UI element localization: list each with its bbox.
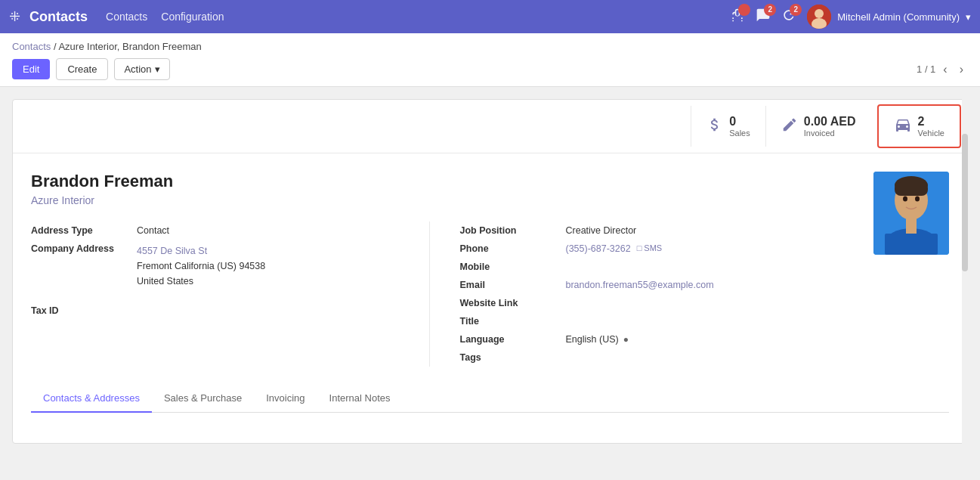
company-address-value: 4557 De Silva St Fremont California (US)… — [137, 243, 265, 289]
scrollbar-thumb[interactable] — [962, 134, 968, 271]
field-job-position: Job Position Creative Director — [460, 221, 859, 240]
bug-badge — [738, 4, 750, 16]
stat-invoiced[interactable]: 0.00 AED Invoiced — [765, 106, 871, 147]
user-name: Mitchell Admin (Community) — [837, 11, 960, 23]
nav-link-contacts[interactable]: Contacts — [106, 11, 147, 23]
email-value[interactable]: brandon.freeman55@example.com — [566, 280, 714, 290]
stat-vehicle-info: 2 Vehicle — [918, 115, 944, 138]
svg-rect-11 — [906, 217, 917, 234]
contact-company[interactable]: Azure Interior — [31, 194, 858, 206]
stat-vehicle-value: 2 — [918, 115, 944, 129]
field-company-address: Company Address 4557 De Silva St Fremont… — [31, 240, 414, 293]
app-title: Contacts — [29, 9, 88, 25]
address-country: United States — [137, 274, 265, 289]
contact-photo — [873, 172, 949, 255]
user-avatar — [807, 5, 831, 29]
breadcrumb-parent[interactable]: Contacts — [12, 41, 51, 52]
create-button[interactable]: Create — [56, 58, 108, 80]
stat-sales-label: Sales — [729, 129, 750, 138]
field-tags: Tags — [460, 348, 859, 367]
toolbar: Edit Create Action ▾ 1 / 1 ‹ › — [12, 58, 968, 86]
field-phone: Phone (355)-687-3262 □ SMS — [460, 240, 859, 258]
language-globe-icon[interactable]: ● — [623, 334, 629, 345]
pagination-text: 1 / 1 — [917, 63, 935, 75]
tab-contacts-addresses[interactable]: Contacts & Addresses — [31, 385, 152, 413]
scrollbar-track[interactable] — [962, 99, 968, 444]
main-content: 0 Sales 0.00 AED Invoiced — [0, 87, 980, 456]
field-tax-id: Tax ID — [31, 302, 414, 320]
email-label: Email — [460, 280, 566, 290]
next-button[interactable]: › — [955, 61, 968, 78]
sms-link[interactable]: □ SMS — [637, 243, 663, 252]
nav-links: Contacts Configuration — [106, 11, 224, 23]
nav-link-configuration[interactable]: Configuration — [161, 11, 224, 23]
address-street[interactable]: 4557 De Silva St — [137, 243, 265, 259]
tab-invoicing[interactable]: Invoicing — [254, 385, 317, 413]
fields-grid: Address Type Contact Company Address 455… — [31, 221, 858, 367]
stat-vehicle[interactable]: 2 Vehicle — [877, 104, 961, 148]
tags-label: Tags — [460, 352, 566, 363]
breadcrumb: Contacts / Azure Interior, Brandon Freem… — [12, 41, 968, 52]
vehicle-icon — [894, 116, 912, 138]
dollar-icon — [706, 116, 723, 137]
fields-right-column: Job Position Creative Director Phone (35… — [460, 221, 859, 367]
prev-button[interactable]: ‹ — [938, 61, 951, 78]
svg-point-1 — [815, 9, 824, 18]
mobile-label: Mobile — [460, 262, 566, 272]
grid-icon[interactable]: ⁜ — [9, 8, 20, 25]
action-button[interactable]: Action ▾ — [114, 58, 169, 80]
tabs-section: Contacts & Addresses Sales & Purchase In… — [13, 385, 967, 443]
tab-internal-notes[interactable]: Internal Notes — [317, 385, 403, 413]
bug-icon-button[interactable] — [730, 8, 745, 26]
svg-rect-6 — [895, 182, 928, 196]
chat-icon-button[interactable]: 2 — [756, 8, 771, 26]
user-dropdown-icon: ▾ — [966, 11, 971, 23]
stat-sales-info: 0 Sales — [729, 115, 750, 138]
svg-point-7 — [903, 197, 907, 202]
field-mobile: Mobile — [460, 258, 859, 276]
phone-value[interactable]: (355)-687-3262 — [566, 243, 631, 254]
svg-rect-10 — [885, 234, 938, 255]
language-label: Language — [460, 334, 566, 345]
stat-invoiced-label: Invoiced — [804, 129, 856, 138]
action-chevron-icon: ▾ — [155, 63, 160, 75]
invoice-icon — [781, 116, 798, 137]
field-title: Title — [460, 312, 859, 330]
user-menu[interactable]: Mitchell Admin (Community) ▾ — [807, 5, 971, 29]
pagination: 1 / 1 ‹ › — [917, 61, 968, 78]
tab-sales-purchase[interactable]: Sales & Purchase — [152, 385, 254, 413]
breadcrumb-section: Contacts / Azure Interior, Brandon Freem… — [0, 33, 980, 87]
nav-right: 2 2 Mitchell Admin (Community) ▾ — [730, 5, 971, 29]
stat-invoiced-info: 0.00 AED Invoiced — [804, 115, 856, 138]
address-type-value: Contact — [137, 225, 169, 236]
top-navigation: ⁜ Contacts Contacts Configuration 2 2 — [0, 0, 980, 33]
phone-label: Phone — [460, 243, 566, 254]
record-card: 0 Sales 0.00 AED Invoiced — [12, 99, 968, 444]
field-website: Website Link — [460, 294, 859, 312]
company-address-label: Company Address — [31, 243, 137, 254]
stat-vehicle-label: Vehicle — [918, 129, 944, 138]
tab-content — [31, 413, 949, 443]
breadcrumb-current: Azure Interior, Brandon Freeman — [58, 41, 201, 52]
tabs: Contacts & Addresses Sales & Purchase In… — [31, 385, 949, 413]
refresh-icon-button[interactable]: 2 — [781, 8, 796, 26]
job-position-label: Job Position — [460, 225, 566, 236]
contact-main: Brandon Freeman Azure Interior Address T… — [31, 172, 858, 367]
stat-sales-value: 0 — [729, 115, 750, 129]
field-email: Email brandon.freeman55@example.com — [460, 276, 859, 294]
stat-invoiced-value: 0.00 AED — [804, 115, 856, 129]
stats-bar: 0 Sales 0.00 AED Invoiced — [13, 100, 967, 153]
address-city: Fremont California (US) 94538 — [137, 259, 265, 274]
fields-left-column: Address Type Contact Company Address 455… — [31, 221, 430, 367]
title-label: Title — [460, 316, 566, 327]
address-type-label: Address Type — [31, 225, 137, 236]
chat-badge: 2 — [764, 4, 776, 16]
refresh-badge: 2 — [790, 4, 802, 16]
stat-sales[interactable]: 0 Sales — [691, 106, 765, 147]
edit-button[interactable]: Edit — [12, 59, 50, 79]
contact-name: Brandon Freeman — [31, 172, 858, 191]
record-card-wrapper: 0 Sales 0.00 AED Invoiced — [12, 99, 968, 444]
tax-id-label: Tax ID — [31, 305, 137, 316]
website-label: Website Link — [460, 298, 566, 308]
svg-point-8 — [915, 197, 920, 202]
